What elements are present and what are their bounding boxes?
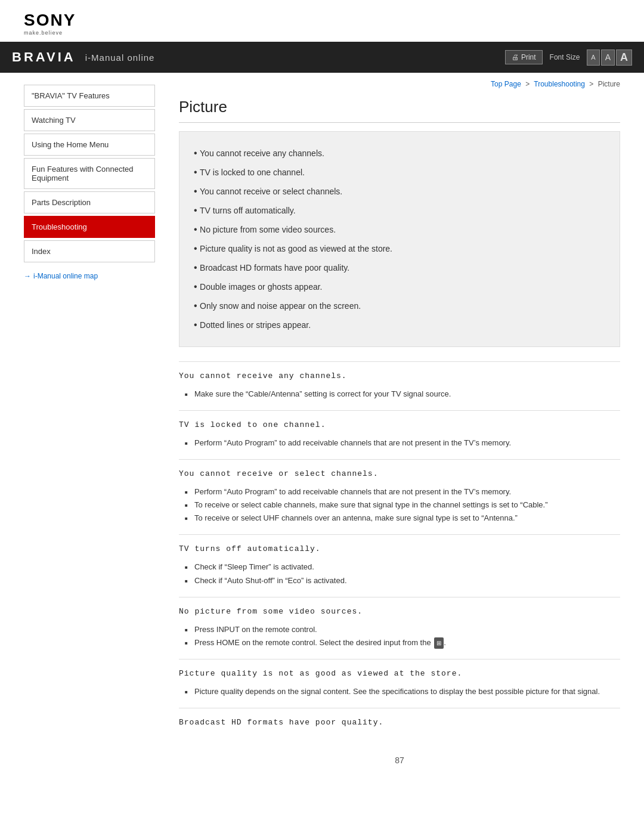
breadcrumb-current: Picture <box>598 80 620 88</box>
content-area: Top Page > Troubleshooting > Picture Pic… <box>167 73 644 783</box>
summary-item-9: Dotted lines or stripes appear. <box>194 315 605 335</box>
breadcrumb: Top Page > Troubleshooting > Picture <box>179 80 620 88</box>
font-size-large-button[interactable]: A <box>616 49 632 66</box>
sony-logo: SONY make.believe <box>24 11 620 36</box>
summary-item-4: No picture from some video sources. <box>194 220 605 239</box>
print-label: Print <box>521 53 536 61</box>
sidebar-item-index[interactable]: Index <box>24 240 155 262</box>
imanual-map-link[interactable]: → i-Manual online map <box>24 272 155 280</box>
font-size-label: Font Size <box>550 53 580 61</box>
section-4-bullet-0: Press INPUT on the remote control. <box>185 623 620 636</box>
summary-item-5: Picture quality is not as good as viewed… <box>194 239 605 258</box>
section-body-5: Picture quality depends on the signal co… <box>179 685 620 698</box>
section-6: Broadcast HD formats have poor quality. <box>179 708 620 744</box>
print-button[interactable]: 🖨 Print <box>505 50 543 64</box>
summary-item-6: Broadcast HD formats have poor quality. <box>194 258 605 277</box>
font-size-medium-button[interactable]: A <box>601 49 615 66</box>
sidebar-item-parts-description[interactable]: Parts Description <box>24 191 155 213</box>
summary-list: You cannot receive any channels.TV is lo… <box>194 144 605 335</box>
breadcrumb-top-page[interactable]: Top Page <box>491 80 521 88</box>
section-2-bullet-2: To receive or select UHF channels over a… <box>185 512 620 525</box>
bravia-bar-left: BRAVIA i-Manual online <box>12 49 154 65</box>
section-body-1: Perform “Auto Program” to add receivable… <box>179 436 620 450</box>
print-icon: 🖨 <box>512 53 519 61</box>
summary-box: You cannot receive any channels.TV is lo… <box>179 131 620 347</box>
summary-item-0: You cannot receive any channels. <box>194 144 605 163</box>
section-2-bullet-1: To receive or select cable channels, mak… <box>185 498 620 512</box>
section-3: TV turns off automatically.Check if “Sle… <box>179 534 620 596</box>
summary-item-1: TV is locked to one channel. <box>194 163 605 182</box>
arrow-right-icon: → <box>24 272 31 280</box>
summary-item-7: Double images or ghosts appear. <box>194 277 605 296</box>
section-2: You cannot receive or select channels.Pe… <box>179 459 620 534</box>
font-size-buttons: A A A <box>587 49 632 66</box>
summary-item-8: Only snow and noise appear on the screen… <box>194 296 605 315</box>
sidebar-item-watching-tv[interactable]: Watching TV <box>24 109 155 131</box>
breadcrumb-troubleshooting[interactable]: Troubleshooting <box>534 80 585 88</box>
bravia-bar-right: 🖨 Print Font Size A A A <box>505 49 632 66</box>
section-1: TV is locked to one channel.Perform “Aut… <box>179 410 620 459</box>
sidebar: "BRAVIA" TV FeaturesWatching TVUsing the… <box>0 73 167 783</box>
breadcrumb-sep-2: > <box>589 80 593 88</box>
section-title-1: TV is locked to one channel. <box>179 420 620 429</box>
section-3-bullet-0: Check if “Sleep Timer” is activated. <box>185 561 620 574</box>
summary-item-2: You cannot receive or select channels. <box>194 182 605 201</box>
section-list-2: Perform “Auto Program” to add receivable… <box>185 485 620 525</box>
sidebar-item-home-menu[interactable]: Using the Home Menu <box>24 134 155 156</box>
map-link-label: i-Manual online map <box>33 272 98 280</box>
section-5-bullet-0: Picture quality depends on the signal co… <box>185 685 620 698</box>
bravia-logo-text: BRAVIA <box>12 49 76 65</box>
section-body-0: Make sure the “Cable/Antenna” setting is… <box>179 388 620 401</box>
section-list-1: Perform “Auto Program” to add receivable… <box>185 436 620 450</box>
section-body-3: Check if “Sleep Timer” is activated.Chec… <box>179 561 620 587</box>
bravia-bar: BRAVIA i-Manual online 🖨 Print Font Size… <box>0 42 644 73</box>
sony-tagline: make.believe <box>24 30 63 36</box>
section-4-bullet-1: Press HOME on the remote control. Select… <box>185 636 620 649</box>
section-title-6: Broadcast HD formats have poor quality. <box>179 718 620 727</box>
page-number: 87 <box>179 744 620 771</box>
sidebar-item-fun-features[interactable]: Fun Features with Connected Equipment <box>24 158 155 189</box>
section-title-0: You cannot receive any channels. <box>179 371 620 380</box>
section-list-5: Picture quality depends on the signal co… <box>185 685 620 698</box>
section-1-bullet-0: Perform “Auto Program” to add receivable… <box>185 436 620 450</box>
section-4: No picture from some video sources.Press… <box>179 597 620 659</box>
breadcrumb-sep-1: > <box>525 80 530 88</box>
main-layout: "BRAVIA" TV FeaturesWatching TVUsing the… <box>0 73 644 807</box>
input-icon: ⊞ <box>434 637 444 649</box>
section-0-bullet-0: Make sure the “Cable/Antenna” setting is… <box>185 388 620 401</box>
sony-logo-text: SONY <box>24 11 76 30</box>
section-title-4: No picture from some video sources. <box>179 607 620 616</box>
sidebar-nav: "BRAVIA" TV FeaturesWatching TVUsing the… <box>24 85 155 262</box>
section-title-3: TV turns off automatically. <box>179 544 620 553</box>
section-3-bullet-1: Check if “Auto Shut-off” in “Eco” is act… <box>185 574 620 587</box>
page-title: Picture <box>179 98 620 123</box>
section-5: Picture quality is not as good as viewed… <box>179 659 620 708</box>
section-list-0: Make sure the “Cable/Antenna” setting is… <box>185 388 620 401</box>
imanual-label: i-Manual online <box>85 52 155 63</box>
font-size-small-button[interactable]: A <box>587 49 599 66</box>
summary-item-3: TV turns off automatically. <box>194 201 605 220</box>
sections-container: You cannot receive any channels.Make sur… <box>179 361 620 744</box>
top-header: SONY make.believe <box>0 0 644 42</box>
section-2-bullet-0: Perform “Auto Program” to add receivable… <box>185 485 620 498</box>
section-body-4: Press INPUT on the remote control.Press … <box>179 623 620 649</box>
section-0: You cannot receive any channels.Make sur… <box>179 361 620 410</box>
section-body-2: Perform “Auto Program” to add receivable… <box>179 485 620 525</box>
section-list-3: Check if “Sleep Timer” is activated.Chec… <box>185 561 620 587</box>
section-title-5: Picture quality is not as good as viewed… <box>179 669 620 678</box>
section-list-4: Press INPUT on the remote control.Press … <box>185 623 620 649</box>
sidebar-item-bravia-features[interactable]: "BRAVIA" TV Features <box>24 85 155 107</box>
section-title-2: You cannot receive or select channels. <box>179 469 620 478</box>
sidebar-item-troubleshooting[interactable]: Troubleshooting <box>24 216 155 238</box>
